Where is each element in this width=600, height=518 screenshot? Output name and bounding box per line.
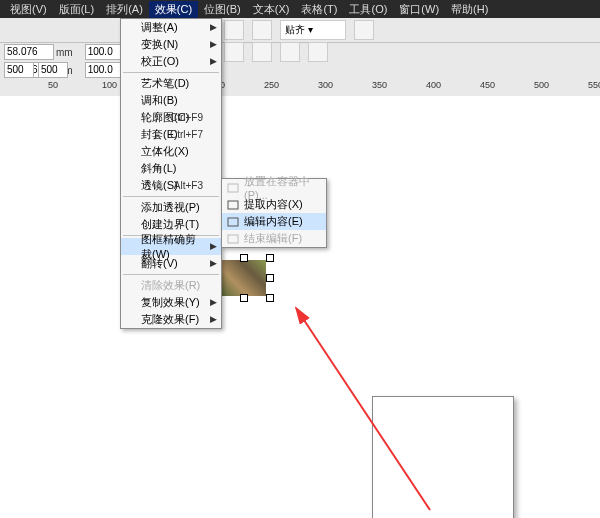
ruler-tick: 300 <box>318 80 333 90</box>
horizontal-ruler: 50 100 150 200 250 300 350 400 450 500 5… <box>0 78 600 97</box>
menu-item-icon <box>226 232 240 246</box>
prop-btn-4[interactable] <box>308 42 328 62</box>
handle-n[interactable] <box>240 254 248 262</box>
menu-arrange[interactable]: 排列(A) <box>100 1 149 18</box>
submenu-arrow-icon: ▶ <box>210 297 217 307</box>
submenu-arrow-icon: ▶ <box>210 56 217 66</box>
canvas-workspace[interactable] <box>0 96 600 518</box>
prop-btn-2[interactable] <box>252 42 272 62</box>
handle-e[interactable] <box>266 274 274 282</box>
menu-view[interactable]: 视图(V) <box>4 1 53 18</box>
property-bar: 58.076 mm 58.076 mm 100.0 % 100.0 % <box>0 43 600 80</box>
effects-item-19[interactable]: 复制效果(Y)▶ <box>121 294 221 311</box>
ruler-tick: 450 <box>480 80 495 90</box>
prop-btn-1[interactable] <box>224 42 244 62</box>
unit-label: mm <box>56 47 73 58</box>
ruler-tick: 350 <box>372 80 387 90</box>
handle-ne[interactable] <box>266 254 274 262</box>
svg-rect-1 <box>228 184 238 192</box>
menu-effects[interactable]: 效果(C) <box>149 1 198 18</box>
ruler-tick: 400 <box>426 80 441 90</box>
menu-window[interactable]: 窗口(W) <box>393 1 445 18</box>
selected-bitmap[interactable]: × <box>216 256 272 300</box>
effects-item-4[interactable]: 艺术笔(D) <box>121 75 221 92</box>
effects-item-1[interactable]: 变换(N)▶ <box>121 36 221 53</box>
effects-item-13[interactable]: 创建边界(T) <box>121 216 221 233</box>
menu-item-icon <box>226 198 240 212</box>
menu-item-icon <box>226 181 240 195</box>
svg-rect-4 <box>228 235 238 243</box>
menu-tools[interactable]: 工具(O) <box>343 1 393 18</box>
powerclip-item-0: 放置在容器中(P)... <box>222 179 326 196</box>
powerclip-item-1[interactable]: 提取内容(X) <box>222 196 326 213</box>
menu-table[interactable]: 表格(T) <box>295 1 343 18</box>
powerclip-item-3: 结束编辑(F) <box>222 230 326 247</box>
menu-item-icon <box>226 215 240 229</box>
submenu-arrow-icon: ▶ <box>210 241 217 251</box>
effects-item-9[interactable]: 斜角(L) <box>121 160 221 177</box>
effects-item-20[interactable]: 克隆效果(F)▶ <box>121 311 221 328</box>
scale-y-input[interactable]: 100.0 <box>85 62 121 78</box>
menubar: 视图(V) 版面(L) 排列(A) 效果(C) 位图(B) 文本(X) 表格(T… <box>0 0 600 18</box>
standard-toolbar: 贴齐 ▾ <box>0 18 600 43</box>
snap-dropdown[interactable]: 贴齐 ▾ <box>280 20 346 40</box>
effects-item-6[interactable]: 轮廓图(C)Ctrl+F9 <box>121 109 221 126</box>
rot-2-input[interactable]: 500 <box>38 62 68 78</box>
tool-btn-1[interactable] <box>224 20 244 40</box>
effects-item-10[interactable]: 透镜(S)Alt+F3 <box>121 177 221 194</box>
ruler-tick: 100 <box>102 80 117 90</box>
tool-btn-2[interactable] <box>252 20 272 40</box>
effects-item-8[interactable]: 立体化(X) <box>121 143 221 160</box>
ruler-tick: 500 <box>534 80 549 90</box>
svg-rect-3 <box>228 218 238 226</box>
document-page[interactable] <box>372 396 514 518</box>
scale-x-input[interactable]: 100.0 <box>85 44 121 60</box>
menu-bitmap[interactable]: 位图(B) <box>198 1 247 18</box>
submenu-arrow-icon: ▶ <box>210 22 217 32</box>
svg-rect-2 <box>228 201 238 209</box>
prop-btn-3[interactable] <box>280 42 300 62</box>
powerclip-item-2[interactable]: 编辑内容(E) <box>222 213 326 230</box>
rot-1-input[interactable]: 500 <box>4 62 34 78</box>
submenu-arrow-icon: ▶ <box>210 314 217 324</box>
menu-layout[interactable]: 版面(L) <box>53 1 100 18</box>
effects-item-15[interactable]: 图框精确剪裁(W)▶ <box>121 238 221 255</box>
menu-help[interactable]: 帮助(H) <box>445 1 494 18</box>
effects-dropdown: 调整(A)▶变换(N)▶校正(O)▶艺术笔(D)调和(B)轮廓图(C)Ctrl+… <box>120 18 222 329</box>
menu-text[interactable]: 文本(X) <box>247 1 296 18</box>
ruler-tick: 250 <box>264 80 279 90</box>
handle-se[interactable] <box>266 294 274 302</box>
effects-item-7[interactable]: 封套(E)Ctrl+F7 <box>121 126 221 143</box>
effects-item-2[interactable]: 校正(O)▶ <box>121 53 221 70</box>
effects-item-18: 清除效果(R) <box>121 277 221 294</box>
pos-x-input[interactable]: 58.076 <box>4 44 54 60</box>
handle-s[interactable] <box>240 294 248 302</box>
powerclip-submenu: 放置在容器中(P)...提取内容(X)编辑内容(E)结束编辑(F) <box>221 178 327 248</box>
effects-item-0[interactable]: 调整(A)▶ <box>121 19 221 36</box>
bitmap-thumbnail <box>222 260 266 296</box>
submenu-arrow-icon: ▶ <box>210 258 217 268</box>
effects-item-5[interactable]: 调和(B) <box>121 92 221 109</box>
submenu-arrow-icon: ▶ <box>210 39 217 49</box>
tool-btn-3[interactable] <box>354 20 374 40</box>
effects-item-12[interactable]: 添加透视(P) <box>121 199 221 216</box>
ruler-tick: 50 <box>48 80 58 90</box>
ruler-tick: 550 <box>588 80 600 90</box>
effects-item-16[interactable]: 翻转(V)▶ <box>121 255 221 272</box>
